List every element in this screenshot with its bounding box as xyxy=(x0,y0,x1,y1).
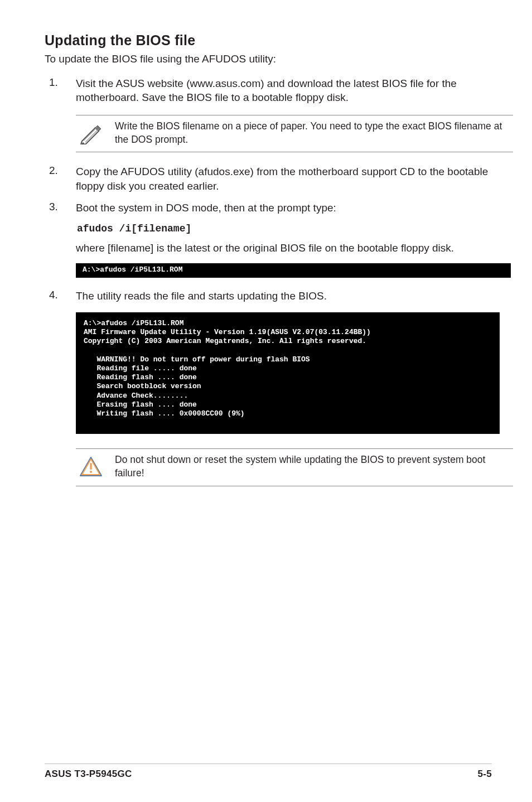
step-number: 4. xyxy=(49,289,62,301)
step-3-continued: where [filename] is the latest or the or… xyxy=(45,241,492,255)
footer-page: 5-5 xyxy=(478,769,492,780)
step-2: 2. Copy the AFUDOS utility (afudos.exe) … xyxy=(45,165,492,193)
step-body: where [filename] is the latest or the or… xyxy=(76,241,492,255)
warning-icon xyxy=(78,456,104,477)
pencil-icon xyxy=(78,122,104,144)
note-pencil: Write the BIOS filename on a piece of pa… xyxy=(76,115,513,152)
step-number: 3. xyxy=(49,201,62,213)
terminal-output-2: A:\>afudos /iP5L13L.ROM AMI Firmware Upd… xyxy=(76,312,500,434)
step-body: Copy the AFUDOS utility (afudos.exe) fro… xyxy=(76,165,492,193)
svg-point-1 xyxy=(90,471,92,473)
svg-rect-0 xyxy=(90,463,91,470)
inline-command: afudos /i[filename] xyxy=(77,223,492,234)
step-body: Visit the ASUS website (www.asus.com) an… xyxy=(76,76,492,105)
terminal-output-1: A:\>afudos /iP5L13L.ROM xyxy=(76,263,511,278)
section-heading: Updating the BIOS file xyxy=(45,32,492,49)
intro-text: To update the BIOS file using the AFUDOS… xyxy=(45,52,492,66)
warning-text: Do not shut down or reset the system whi… xyxy=(115,453,510,480)
step-body: The utility reads the file and starts up… xyxy=(76,289,492,303)
step-4: 4. The utility reads the file and starts… xyxy=(45,289,492,303)
step-number: 1. xyxy=(49,76,62,89)
step-body: Boot the system in DOS mode, then at the… xyxy=(76,201,492,215)
step-1: 1. Visit the ASUS website (www.asus.com)… xyxy=(45,76,492,105)
warning-box: Do not shut down or reset the system whi… xyxy=(76,448,513,486)
footer-product: ASUS T3-P5945GC xyxy=(45,769,132,780)
page-footer: ASUS T3-P5945GC 5-5 xyxy=(45,764,492,780)
note-text: Write the BIOS filename on a piece of pa… xyxy=(115,120,510,146)
step-3: 3. Boot the system in DOS mode, then at … xyxy=(45,201,492,215)
step-number: 2. xyxy=(49,165,62,177)
